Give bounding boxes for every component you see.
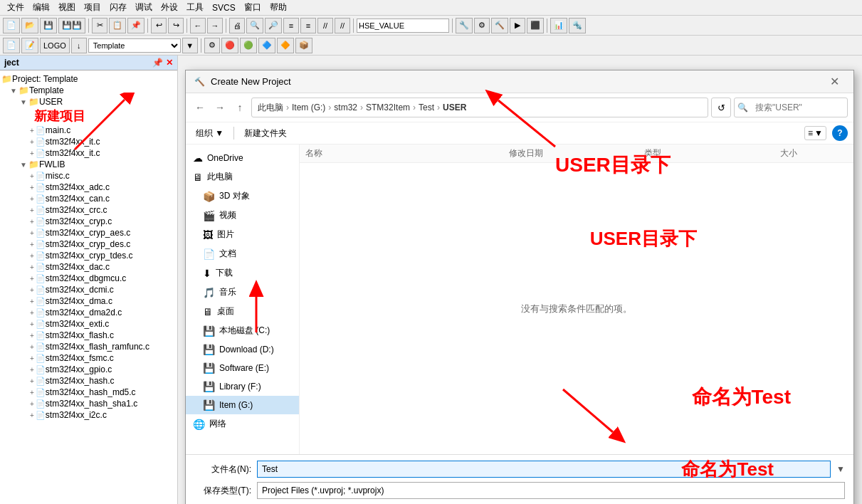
address-path[interactable]: 此电脑 › Item (G:) › stm32 › STM32Item › Te… — [251, 98, 708, 117]
filetype-select[interactable]: Project Files (*.uvproj; *.uvprojx) — [257, 482, 845, 499]
sep3 — [186, 19, 187, 33]
svg-line-1 — [75, 100, 125, 149]
dlg-item-g-drive-label: Item (G:) — [219, 400, 253, 410]
menu-flash[interactable]: 闪存 — [105, 0, 131, 15]
tb2-btn4[interactable]: ↓ — [71, 38, 87, 53]
tb2-btn5[interactable]: ⚙ — [204, 38, 220, 53]
dlg-item-network[interactable]: 🌐 网络 — [186, 414, 299, 434]
pictures-icon: 🖼 — [203, 229, 213, 241]
menu-debug[interactable]: 调试 — [131, 0, 157, 15]
tb2-btn8[interactable]: 🔷 — [258, 38, 275, 53]
menu-view[interactable]: 视图 — [54, 0, 80, 15]
toolbar-row1: 📄 📂 💾 💾💾 ✂ 📋 📌 ↩ ↪ ← → 🖨 🔍 🔎 ≡ ≡ // // 🔧… — [0, 16, 862, 36]
dlg-item-downloads[interactable]: ⬇ 下载 — [186, 263, 299, 283]
back-nav-btn[interactable]: ← — [190, 18, 206, 33]
tb2-btn6[interactable]: 🔴 — [221, 38, 238, 53]
annotation-test: 命名为Test — [681, 457, 774, 482]
run-btn[interactable]: ▶ — [510, 18, 525, 33]
dropdown-arrow[interactable]: ▼ — [182, 38, 198, 53]
dlg-item-e-drive[interactable]: 💾 Software (E:) — [186, 359, 299, 377]
tb2-btn3[interactable]: LOGO — [40, 38, 70, 53]
path-seg3: STM32Item — [366, 103, 410, 112]
hse-value-input[interactable] — [357, 19, 449, 33]
music-icon: 🎵 — [203, 287, 215, 298]
fwd-nav-btn[interactable]: → — [207, 18, 223, 33]
dlg-item-downloads-label: 下载 — [216, 267, 233, 279]
help-button[interactable]: ? — [832, 125, 848, 141]
menu-help[interactable]: 帮助 — [266, 0, 291, 15]
stop-btn[interactable]: ⬛ — [527, 18, 544, 33]
f-drive-icon: 💾 — [203, 381, 215, 392]
template-dropdown[interactable]: Template — [88, 38, 181, 53]
docs-icon: 📄 — [203, 248, 215, 260]
c-drive-icon: 💾 — [203, 325, 215, 337]
thispc-icon: 🖥 — [193, 172, 203, 183]
copy-btn[interactable]: 📋 — [109, 18, 126, 33]
tb2-btn7[interactable]: 🟢 — [240, 38, 257, 53]
menu-edit[interactable]: 编辑 — [28, 0, 54, 15]
search-box[interactable]: 🔍 — [734, 98, 848, 117]
menu-peripherals[interactable]: 外设 — [157, 0, 182, 15]
tb2-btn10[interactable]: 📦 — [295, 38, 312, 53]
outdent-btn[interactable]: ≡ — [300, 18, 316, 33]
menu-project[interactable]: 项目 — [80, 0, 105, 15]
back-button[interactable]: ← — [191, 99, 209, 116]
tb2-btn1[interactable]: 📄 — [3, 38, 20, 53]
dialog-close-button[interactable]: ✕ — [824, 72, 845, 91]
open-btn[interactable]: 📂 — [21, 18, 38, 33]
save-btn[interactable]: 💾 — [40, 18, 57, 33]
view-icon: ≡ — [808, 128, 813, 138]
options-btn[interactable]: ⚙ — [474, 18, 490, 33]
col-size: 大小 — [780, 147, 848, 159]
uncomment-btn[interactable]: // — [335, 18, 350, 33]
menu-window[interactable]: 窗口 — [240, 0, 266, 15]
arrow-new-project — [68, 93, 160, 157]
main-layout: ject 📌 ✕ 📁 Project: Template ▼ 📁 Templat… — [0, 56, 862, 504]
dlg-item-f-drive[interactable]: 💾 Library (F:) — [186, 377, 299, 396]
menu-tools[interactable]: 工具 — [182, 0, 208, 15]
dlg-item-thispc[interactable]: 🖥 此电脑 — [186, 167, 299, 187]
dialog-title: Create New Project — [211, 76, 291, 87]
target-options-btn[interactable]: 🔧 — [456, 18, 473, 33]
redo-btn[interactable]: ↪ — [168, 18, 184, 33]
find-btn[interactable]: 🔍 — [246, 18, 263, 33]
cut-btn[interactable]: ✂ — [92, 18, 107, 33]
refresh-button[interactable]: ↺ — [711, 98, 731, 117]
paste-btn[interactable]: 📌 — [127, 18, 144, 33]
dlg-item-onedrive[interactable]: ☁ OneDrive — [186, 149, 299, 167]
new-btn[interactable]: 📄 — [3, 18, 20, 33]
dlg-item-docs[interactable]: 📄 文档 — [186, 244, 299, 263]
annotation-user-dir: USER目录下 — [590, 226, 697, 251]
undo-btn[interactable]: ↩ — [151, 18, 167, 33]
sep4 — [226, 19, 226, 33]
organize-button[interactable]: 组织 ▼ — [191, 126, 228, 141]
menu-svcs[interactable]: SVCS — [208, 1, 240, 14]
downloads-icon: ⬇ — [203, 268, 211, 279]
3d-icon: 📦 — [203, 191, 215, 202]
view-btn[interactable]: 📊 — [550, 18, 567, 33]
view-toggle-button[interactable]: ≡ ▼ — [804, 126, 826, 140]
dlg-item-d-drive[interactable]: 💾 Download (D:) — [186, 340, 299, 359]
find2-btn[interactable]: 🔎 — [265, 18, 282, 33]
build-btn[interactable]: 🔨 — [491, 18, 508, 33]
save-all-btn[interactable]: 💾💾 — [58, 18, 85, 33]
forward-button[interactable]: → — [211, 99, 228, 116]
onedrive-icon: ☁ — [193, 152, 203, 164]
dlg-item-pictures[interactable]: 🖼 图片 — [186, 225, 299, 244]
tb2-btn2[interactable]: 📝 — [21, 38, 38, 53]
up-button[interactable]: ↑ — [231, 99, 248, 116]
new-folder-button[interactable]: 新建文件夹 — [240, 126, 291, 141]
dlg-item-video[interactable]: 🎬 视频 — [186, 206, 299, 225]
dlg-item-g-drive[interactable]: 💾 Item (G:) — [186, 396, 299, 414]
search-input[interactable] — [751, 98, 843, 117]
filename-dropdown-arrow[interactable]: ▼ — [836, 464, 845, 474]
view-label: ▼ — [814, 128, 823, 138]
tb2-btn9[interactable]: 🔶 — [277, 38, 294, 53]
indent-btn[interactable]: ≡ — [283, 18, 299, 33]
dlg-item-3d[interactable]: 📦 3D 对象 — [186, 187, 299, 206]
settings-btn[interactable]: 🔩 — [569, 18, 586, 33]
filetype-row: 保存类型(T): Project Files (*.uvproj; *.uvpr… — [194, 482, 845, 499]
comment-btn[interactable]: // — [317, 18, 333, 33]
menu-file[interactable]: 文件 — [3, 0, 28, 15]
print-btn[interactable]: 🖨 — [229, 18, 245, 33]
